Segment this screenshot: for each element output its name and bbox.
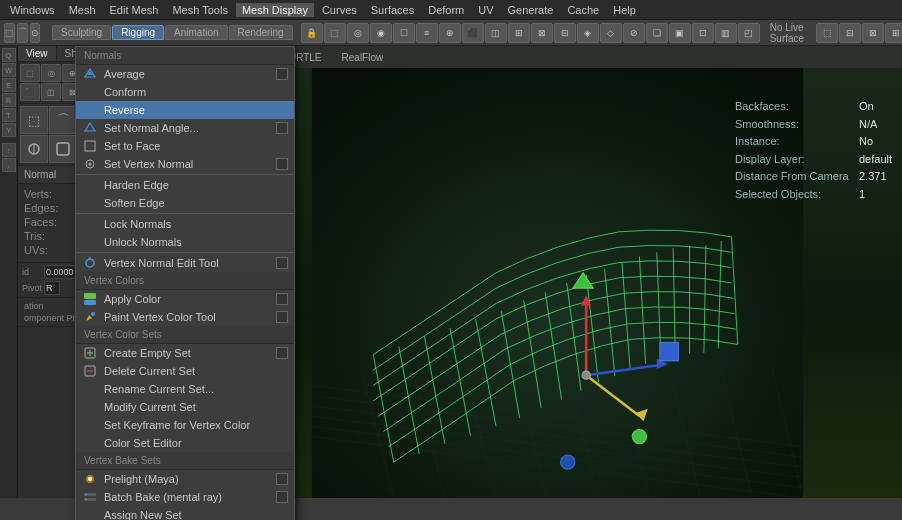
average-checkbox[interactable] [276, 68, 288, 80]
dropdown-lock-normals[interactable]: Lock Normals [76, 215, 294, 233]
toolbar-icon-3[interactable]: ◎ [347, 23, 369, 43]
vertex-normal-edit-icon [82, 255, 98, 271]
dropdown-unlock-normals[interactable]: Unlock Normals [76, 233, 294, 251]
menu-cache[interactable]: Cache [561, 3, 605, 17]
viewport-tab-realflow[interactable]: RealFlow [334, 51, 392, 64]
panel-tool-1[interactable]: ⬚ [20, 64, 40, 82]
menu-curves[interactable]: Curves [316, 3, 363, 17]
toolbar-icon-14[interactable]: ◇ [600, 23, 622, 43]
dropdown-batch-bake[interactable]: Batch Bake (mental ray) [76, 488, 294, 506]
menu-windows[interactable]: Windows [4, 3, 61, 17]
toolbar-icon-8[interactable]: ⬛ [462, 23, 484, 43]
apply-color-checkbox[interactable] [276, 293, 288, 305]
vertex-normal-edit-checkbox[interactable] [276, 257, 288, 269]
window-btn-2[interactable]: ⊟ [839, 23, 861, 43]
pivot-label: Pivot [22, 283, 42, 293]
dropdown-delete-current-set[interactable]: Delete Current Set [76, 362, 294, 380]
lt-btn-7[interactable]: ↑ [2, 143, 16, 157]
pivot-input[interactable] [44, 281, 60, 295]
dropdown-set-keyframe[interactable]: Set Keyframe for Vertex Color [76, 416, 294, 434]
window-btn-4[interactable]: ⊞ [885, 23, 902, 43]
panel-tool-10[interactable]: ⬛ [20, 83, 40, 101]
dropdown-set-to-face[interactable]: Set to Face [76, 137, 294, 155]
menu-generate[interactable]: Generate [502, 3, 560, 17]
dropdown-conform[interactable]: Conform [76, 83, 294, 101]
lt-btn-1[interactable]: Q [2, 48, 16, 62]
panel-tool-2[interactable]: ◎ [41, 64, 61, 82]
panel-tool-11[interactable]: ◫ [41, 83, 61, 101]
toolbar-icon-5[interactable]: ☐ [393, 23, 415, 43]
toolbar-paint-select[interactable]: ⊙ [30, 23, 40, 43]
menu-mesh-display[interactable]: Mesh Display [236, 3, 314, 17]
dropdown-average[interactable]: Average [76, 65, 294, 83]
toolbar-icon-9[interactable]: ◫ [485, 23, 507, 43]
paint-vertex-color-checkbox[interactable] [276, 311, 288, 323]
dropdown-assign-new-set[interactable]: Assign New Set [76, 506, 294, 520]
create-empty-set-checkbox[interactable] [276, 347, 288, 359]
toolbar-icon-16[interactable]: ❑ [646, 23, 668, 43]
toolbar-icon-7[interactable]: ⊕ [439, 23, 461, 43]
dropdown-set-normal-angle[interactable]: Set Normal Angle... [76, 119, 294, 137]
toolbar-icon-17[interactable]: ▣ [669, 23, 691, 43]
dropdown-apply-color[interactable]: Apply Color [76, 290, 294, 308]
dropdown-vertex-normal-edit-tool[interactable]: Vertex Normal Edit Tool [76, 254, 294, 272]
toolbar-icon-20[interactable]: ◰ [738, 23, 760, 43]
toolbar-icon-1[interactable]: 🔒 [301, 23, 323, 43]
tab-rendering[interactable]: Rendering [229, 25, 293, 40]
toolbar-icon-6[interactable]: ≡ [416, 23, 438, 43]
window-btn-1[interactable]: ⬚ [816, 23, 838, 43]
menu-deform[interactable]: Deform [422, 3, 470, 17]
toolbar-icon-4[interactable]: ◉ [370, 23, 392, 43]
menu-bar: Windows Mesh Edit Mesh Mesh Tools Mesh D… [0, 0, 902, 20]
menu-uv[interactable]: UV [472, 3, 499, 17]
menu-mesh-tools[interactable]: Mesh Tools [166, 3, 233, 17]
toolbar-icon-18[interactable]: ⊡ [692, 23, 714, 43]
menu-surfaces[interactable]: Surfaces [365, 3, 420, 17]
dropdown-soften-edge[interactable]: Soften Edge [76, 194, 294, 212]
tool-sk2[interactable] [49, 135, 77, 163]
menu-help[interactable]: Help [607, 3, 642, 17]
toolbar-icon-19[interactable]: ▥ [715, 23, 737, 43]
toolbar-icon-11[interactable]: ⊠ [531, 23, 553, 43]
lt-btn-8[interactable]: ↓ [2, 158, 16, 172]
dropdown-modify-current-set[interactable]: Modify Current Set [76, 398, 294, 416]
dropdown-rename-current-set[interactable]: Rename Current Set... [76, 380, 294, 398]
toolbar-icon-15[interactable]: ⊘ [623, 23, 645, 43]
toolbar-select[interactable]: ⬚ [4, 23, 15, 43]
dropdown-paint-vertex-color[interactable]: Paint Vertex Color Tool [76, 308, 294, 326]
tab-animation[interactable]: Animation [165, 25, 227, 40]
menu-mesh[interactable]: Mesh [63, 3, 102, 17]
tool-select[interactable]: ⬚ [20, 106, 48, 134]
toolbar-icon-12[interactable]: ⊟ [554, 23, 576, 43]
dropdown-color-set-editor[interactable]: Color Set Editor [76, 434, 294, 452]
toolbar-icon-2[interactable]: ⬚ [324, 23, 346, 43]
tool-sk1[interactable] [20, 135, 48, 163]
lt-btn-2[interactable]: W [2, 63, 16, 77]
sp-tab-view[interactable]: View [18, 46, 57, 61]
tool-lasso[interactable]: ⌒ [49, 106, 77, 134]
delete-current-set-icon [82, 363, 98, 379]
svg-point-23 [85, 494, 87, 496]
dropdown-reverse[interactable]: Reverse [76, 101, 294, 119]
dropdown-set-vertex-normal[interactable]: Set Vertex Normal [76, 155, 294, 173]
dropdown-harden-edge[interactable]: Harden Edge [76, 176, 294, 194]
set-normal-angle-checkbox[interactable] [276, 122, 288, 134]
lt-btn-5[interactable]: T [2, 108, 16, 122]
prelight-checkbox[interactable] [276, 473, 288, 485]
tab-sculpting[interactable]: Sculpting [52, 25, 111, 40]
toolbar-lasso[interactable]: ⌒ [17, 23, 28, 43]
svg-point-13 [91, 312, 95, 316]
tab-rigging[interactable]: Rigging [112, 25, 164, 40]
toolbar-icon-10[interactable]: ⊞ [508, 23, 530, 43]
lt-btn-3[interactable]: E [2, 78, 16, 92]
set-vertex-normal-checkbox[interactable] [276, 158, 288, 170]
batch-bake-checkbox[interactable] [276, 491, 288, 503]
lt-btn-6[interactable]: Y [2, 123, 16, 137]
toolbar-icon-13[interactable]: ◈ [577, 23, 599, 43]
menu-edit-mesh[interactable]: Edit Mesh [104, 3, 165, 17]
window-btn-3[interactable]: ⊠ [862, 23, 884, 43]
dropdown-create-empty-set[interactable]: Create Empty Set [76, 344, 294, 362]
lt-btn-4[interactable]: R [2, 93, 16, 107]
dropdown-prelight[interactable]: Prelight (Maya) [76, 470, 294, 488]
distance-value: 2.371 [859, 168, 887, 186]
